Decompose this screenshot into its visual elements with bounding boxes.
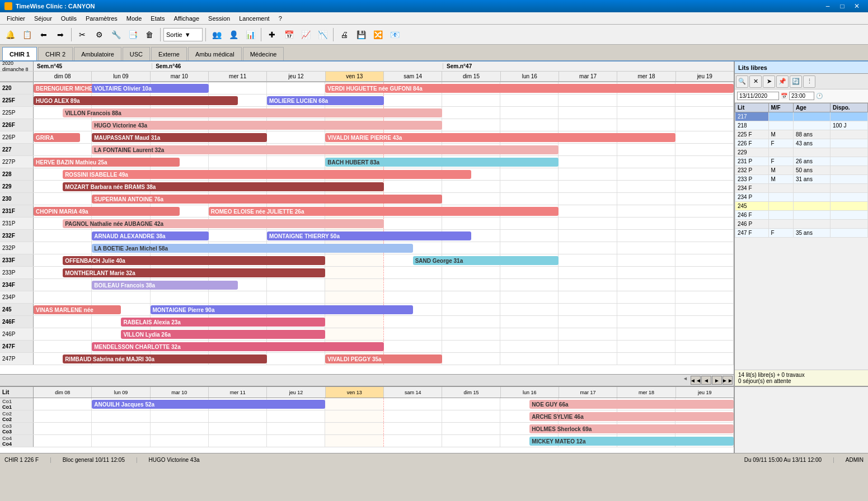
lit-row[interactable]: 246 F bbox=[735, 211, 868, 220]
room-row[interactable]: 231FCHOPIN MARIA 49aROMEO ELOISE née JUL… bbox=[0, 205, 734, 218]
patient-bar[interactable]: VINAS MARLENE née bbox=[34, 305, 121, 314]
tb-btn-3[interactable]: ⬅ bbox=[36, 27, 51, 42]
patient-bar[interactable]: MAUPASSANT Maud 31a bbox=[92, 133, 267, 142]
rp-btn-more[interactable]: ⋮ bbox=[803, 75, 815, 88]
patient-bar[interactable]: MONTHERLANT Marie 32a bbox=[63, 268, 325, 277]
patient-bar[interactable]: HUGO Victorine 43a bbox=[92, 121, 442, 130]
corridor-row[interactable]: Co2Co2ARCHE SYLVIE 46a bbox=[0, 410, 734, 423]
rp-btn-pin[interactable]: 📌 bbox=[776, 75, 789, 88]
lit-row[interactable]: 225 FM88 ans bbox=[735, 130, 868, 139]
room-row[interactable]: 227PHERVE BAZIN Mathieu 25aBACH HUBERT 8… bbox=[0, 156, 734, 168]
room-row[interactable]: 231PPAGNOL Nathalie née AUBAGNE 42a bbox=[0, 218, 734, 230]
room-row[interactable]: 225FHUGO ALEX 89aMOLIERE LUCIEN 68a bbox=[0, 94, 734, 107]
patient-bar[interactable]: MENDELSSON CHARLOTTE 32a bbox=[92, 342, 383, 351]
day-dim08[interactable]: dim 08 bbox=[34, 72, 92, 81]
patient-bar[interactable]: VIVALDI PEGGY 35a bbox=[325, 355, 442, 363]
day-mar10[interactable]: mar 10 bbox=[151, 72, 209, 81]
lit-row[interactable]: 233 PM31 ans bbox=[735, 175, 868, 184]
room-row[interactable]: 247PRIMBAUD Sabrina née MAJRI 30aVIVALDI… bbox=[0, 353, 734, 365]
patient-bar[interactable]: ROSSINI ISABELLE 49a bbox=[63, 170, 471, 179]
nav-scroll-left[interactable]: ◄◄ bbox=[691, 376, 701, 385]
lit-row[interactable]: 232 PM50 ans bbox=[735, 166, 868, 175]
patient-bar[interactable]: GRIRA bbox=[34, 133, 80, 142]
patient-bar[interactable]: HOLMES Sherlock 69a bbox=[529, 424, 734, 433]
patient-bar[interactable]: VILLON Francois 88a bbox=[63, 108, 442, 117]
room-row[interactable]: 232PLA BOETIE Jean Michel 58a bbox=[0, 242, 734, 254]
tab-usc[interactable]: USC bbox=[123, 47, 150, 60]
day-lun16[interactable]: lun 16 bbox=[501, 72, 559, 81]
room-row[interactable]: 246FRABELAIS Alexia 23a bbox=[0, 316, 734, 328]
patient-bar[interactable]: VILLON Lydia 26a bbox=[121, 330, 325, 339]
day-jeu12[interactable]: jeu 12 bbox=[267, 72, 325, 81]
corridor-row[interactable]: Co4Co4MICKEY MATEO 12a bbox=[0, 435, 734, 447]
tb-btn-9[interactable]: 👥 bbox=[209, 27, 224, 42]
tab-medecine[interactable]: Médecine bbox=[243, 47, 284, 60]
menu-outils[interactable]: Outils bbox=[57, 12, 81, 24]
tb-btn-8[interactable]: 📑 bbox=[125, 27, 140, 42]
patient-bar[interactable]: NOE GUY 66a bbox=[529, 400, 734, 409]
patient-bar[interactable]: BACH HUBERT 83a bbox=[325, 158, 559, 167]
nav-scroll-right[interactable]: ►► bbox=[722, 376, 733, 385]
room-row[interactable]: 220BERENGUIER MICHEL 69aVOLTAIRE Olivier… bbox=[0, 82, 734, 94]
room-row[interactable]: 247FMENDELSSON CHARLOTTE 32a bbox=[0, 341, 734, 353]
patient-bar[interactable]: VIVALDI MARIE PIERRE 43a bbox=[325, 133, 675, 142]
tb-btn-5[interactable]: ✂ bbox=[74, 27, 90, 42]
lit-row[interactable]: 229 bbox=[735, 148, 868, 157]
patient-bar[interactable]: ROMEO ELOISE née JULIETTE 26a bbox=[209, 207, 559, 216]
tb-btn-15[interactable]: 📉 bbox=[315, 27, 330, 42]
maximize-button[interactable]: □ bbox=[836, 1, 849, 11]
date-filter-input[interactable] bbox=[737, 92, 779, 100]
patient-bar[interactable]: LA FONTAINE Laurent 32a bbox=[92, 145, 559, 154]
lit-row[interactable]: 245 bbox=[735, 202, 868, 211]
patient-bar[interactable]: SAND George 31a bbox=[413, 256, 559, 265]
menu-lancement[interactable]: Lancement bbox=[234, 12, 274, 24]
patient-bar[interactable]: CHOPIN MARIA 49a bbox=[34, 207, 180, 216]
room-row[interactable]: 228ROSSINI ISABELLE 49a bbox=[0, 168, 734, 181]
tb-btn-16[interactable]: 🖨 bbox=[336, 27, 352, 42]
tab-ambulatoire[interactable]: Ambulatoire bbox=[74, 47, 121, 60]
tb-btn-delete[interactable]: 🗑 bbox=[142, 27, 157, 42]
tab-chir2[interactable]: CHIR 2 bbox=[38, 47, 73, 60]
lit-row[interactable]: 218100 J bbox=[735, 121, 868, 130]
day-ven13[interactable]: ven 13 bbox=[326, 72, 384, 81]
menu-parametres[interactable]: Paramètres bbox=[81, 12, 122, 24]
room-row[interactable]: 233PMONTHERLANT Marie 32a bbox=[0, 267, 734, 279]
patient-bar[interactable]: BOILEAU Francois 38a bbox=[92, 281, 238, 290]
room-row[interactable]: 229MOZART Barbara née BRAMS 38a bbox=[0, 181, 734, 193]
tb-btn-4[interactable]: ➡ bbox=[53, 27, 68, 42]
menu-etats[interactable]: Etats bbox=[146, 12, 169, 24]
tb-btn-19[interactable]: 📧 bbox=[387, 27, 402, 42]
tb-btn-7[interactable]: 🔧 bbox=[108, 27, 124, 42]
patient-bar[interactable]: OFFENBACH Julie 40a bbox=[63, 256, 325, 265]
day-sam14[interactable]: sam 14 bbox=[384, 72, 442, 81]
tb-btn-17[interactable]: 💾 bbox=[353, 27, 369, 42]
tb-btn-14[interactable]: 📈 bbox=[298, 27, 313, 42]
patient-bar[interactable]: LA BOETIE Jean Michel 58a bbox=[92, 244, 412, 253]
patient-bar[interactable]: PAGNOL Nathalie née AUBAGNE 42a bbox=[63, 219, 383, 228]
rp-btn-arrow[interactable]: ➤ bbox=[763, 75, 775, 88]
rp-btn-refresh[interactable]: 🔄 bbox=[790, 75, 802, 88]
patient-bar[interactable]: HUGO ALEX 89a bbox=[34, 96, 238, 105]
room-row[interactable]: 230SUPERMAN ANTOINE 76a bbox=[0, 193, 734, 205]
menu-affichage[interactable]: Affichage bbox=[169, 12, 204, 24]
tb-btn-10[interactable]: 👤 bbox=[226, 27, 241, 42]
tb-btn-12[interactable]: ✚ bbox=[264, 27, 280, 42]
lit-row[interactable]: 234 F bbox=[735, 184, 868, 193]
tb-btn-1[interactable]: 🔔 bbox=[2, 27, 18, 42]
lit-row[interactable]: 226 FF43 ans bbox=[735, 139, 868, 148]
day-dim15[interactable]: dim 15 bbox=[442, 72, 500, 81]
patient-bar[interactable]: SUPERMAN ANTOINE 76a bbox=[92, 195, 442, 204]
tb-btn-11[interactable]: 📊 bbox=[242, 27, 258, 42]
menu-help[interactable]: ? bbox=[274, 12, 287, 24]
corridor-row[interactable]: Co1Co1ANOUILH Jacques 52aNOE GUY 66a bbox=[0, 398, 734, 410]
patient-bar[interactable]: RIMBAUD Sabrina née MAJRI 30a bbox=[63, 355, 267, 363]
day-mer11[interactable]: mer 11 bbox=[209, 72, 267, 81]
patient-bar[interactable]: VERDI HUGUETTE née GUFONI 84a bbox=[325, 84, 734, 93]
lit-row[interactable]: 231 PF26 ans bbox=[735, 157, 868, 166]
menu-session[interactable]: Session bbox=[204, 12, 234, 24]
room-row[interactable]: 234FBOILEAU Francois 38a bbox=[0, 279, 734, 291]
room-row[interactable]: 232FARNAUD ALEXANDRE 38aMONTAIGNE THIERR… bbox=[0, 230, 734, 242]
rp-btn-clear[interactable]: ✕ bbox=[749, 75, 762, 88]
tb-btn-6[interactable]: ⚙ bbox=[91, 27, 107, 42]
close-button[interactable]: ✕ bbox=[850, 1, 864, 11]
